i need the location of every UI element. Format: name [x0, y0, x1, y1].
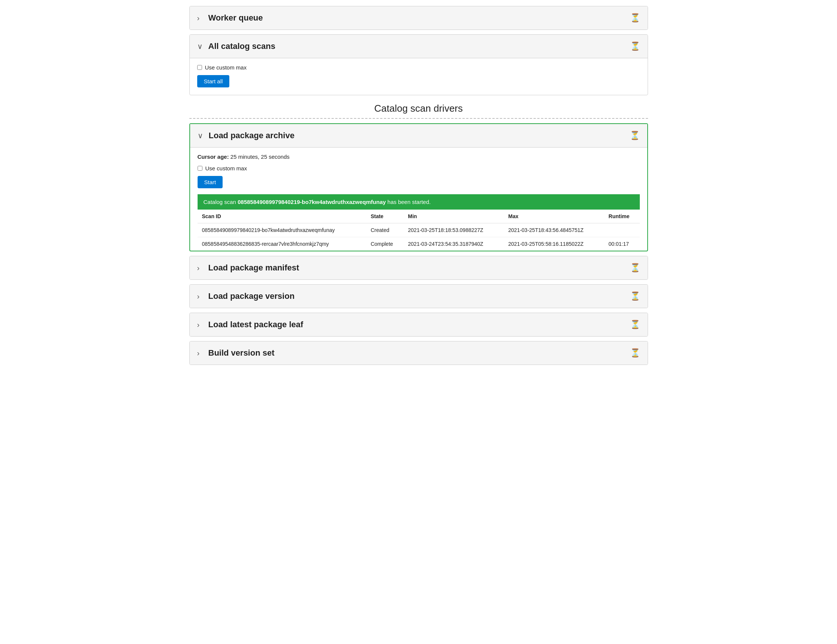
- all-catalog-scans-header[interactable]: ∨ All catalog scans ⏳: [190, 35, 648, 58]
- cursor-age-value: 25 minutes, 25 seconds: [230, 154, 289, 160]
- load-package-archive-hourglass-icon: ⏳: [630, 131, 640, 140]
- worker-queue-chevron: ›: [197, 14, 205, 22]
- all-catalog-scans-title: All catalog scans: [208, 41, 276, 51]
- load-package-version-chevron: ›: [197, 292, 205, 301]
- col-state: State: [366, 210, 404, 223]
- all-catalog-scans-hourglass-icon: ⏳: [630, 41, 640, 51]
- build-version-set-chevron: ›: [197, 349, 205, 358]
- use-custom-max-label: Use custom max: [205, 64, 247, 71]
- load-package-manifest-section: › Load package manifest ⏳: [189, 256, 648, 280]
- scan-table-head: Scan ID State Min Max Runtime: [198, 210, 640, 223]
- success-message-suffix: has been started.: [386, 199, 431, 205]
- load-package-manifest-header-left: › Load package manifest: [197, 263, 299, 273]
- use-custom-max-row: Use custom max: [197, 64, 640, 71]
- load-package-manifest-chevron: ›: [197, 264, 205, 272]
- dotted-separator: [189, 118, 648, 119]
- use-custom-max-checkbox[interactable]: [197, 65, 202, 70]
- worker-queue-header[interactable]: › Worker queue ⏳: [190, 7, 648, 30]
- load-package-archive-custom-max-label: Use custom max: [205, 165, 247, 171]
- all-catalog-scans-header-left: ∨ All catalog scans: [197, 41, 276, 51]
- success-scan-id: 08585849089979840219-bo7kw4atwdruthxazwe…: [238, 199, 386, 205]
- col-runtime: Runtime: [604, 210, 639, 223]
- load-package-manifest-hourglass-icon: ⏳: [630, 263, 640, 273]
- load-package-archive-title: Load package archive: [209, 131, 295, 140]
- cursor-age-row: Cursor age: 25 minutes, 25 seconds: [198, 154, 640, 160]
- scan-table-cell-scan_id: 08585849089979840219-bo7kw4atwdruthxazwe…: [198, 223, 366, 237]
- scan-table-header-row: Scan ID State Min Max Runtime: [198, 210, 640, 223]
- load-package-archive-section: ∨ Load package archive ⏳ Cursor age: 25 …: [189, 123, 648, 251]
- scan-table-cell-state: Complete: [366, 237, 404, 251]
- load-latest-package-leaf-title: Load latest package leaf: [208, 320, 303, 329]
- scan-table-cell-max: 2021-03-25T18:43:56.4845751Z: [504, 223, 604, 237]
- success-message-prefix: Catalog scan: [204, 199, 238, 205]
- scan-table-cell-runtime: 00:01:17: [604, 237, 639, 251]
- worker-queue-title: Worker queue: [208, 13, 263, 23]
- scan-table-cell-state: Created: [366, 223, 404, 237]
- scan-table-row: 08585849089979840219-bo7kw4atwdruthxazwe…: [198, 223, 640, 237]
- load-package-version-section: › Load package version ⏳: [189, 284, 648, 308]
- scan-table-cell-min: 2021-03-24T23:54:35.3187940Z: [404, 237, 504, 251]
- catalog-scan-drivers-heading: Catalog scan drivers: [189, 103, 648, 114]
- cursor-age-label: Cursor age:: [198, 154, 229, 160]
- all-catalog-scans-body: Use custom max Start all: [190, 58, 648, 95]
- load-latest-package-leaf-section: › Load latest package leaf ⏳: [189, 313, 648, 337]
- load-package-manifest-title: Load package manifest: [208, 263, 299, 273]
- scan-table-cell-runtime: [604, 223, 639, 237]
- scan-table-row: 08585849548836286835-rercaar7vlre3hfcnom…: [198, 237, 640, 251]
- scan-table-cell-max: 2021-03-25T05:58:16.1185022Z: [504, 237, 604, 251]
- scan-table: Scan ID State Min Max Runtime 0858584908…: [198, 210, 640, 251]
- all-catalog-scans-section: ∨ All catalog scans ⏳ Use custom max Sta…: [189, 34, 648, 95]
- load-latest-package-leaf-chevron: ›: [197, 320, 205, 329]
- load-package-archive-start-button[interactable]: Start: [198, 176, 223, 188]
- start-all-button[interactable]: Start all: [197, 75, 230, 87]
- col-max: Max: [504, 210, 604, 223]
- load-latest-package-leaf-header[interactable]: › Load latest package leaf ⏳: [190, 313, 648, 336]
- build-version-set-section: › Build version set ⏳: [189, 341, 648, 365]
- scan-table-cell-min: 2021-03-25T18:18:53.0988227Z: [404, 223, 504, 237]
- load-package-version-header[interactable]: › Load package version ⏳: [190, 285, 648, 308]
- load-package-version-hourglass-icon: ⏳: [630, 291, 640, 301]
- load-package-version-header-left: › Load package version: [197, 291, 295, 301]
- col-min: Min: [404, 210, 504, 223]
- load-latest-package-leaf-hourglass-icon: ⏳: [630, 320, 640, 329]
- load-package-archive-custom-max-checkbox[interactable]: [198, 166, 202, 171]
- worker-queue-section: › Worker queue ⏳: [189, 6, 648, 30]
- scan-table-body: 08585849089979840219-bo7kw4atwdruthxazwe…: [198, 223, 640, 251]
- all-catalog-scans-chevron: ∨: [197, 42, 205, 51]
- worker-queue-hourglass-icon: ⏳: [630, 13, 640, 23]
- worker-queue-header-left: › Worker queue: [197, 13, 263, 23]
- load-package-archive-header-left: ∨ Load package archive: [198, 131, 295, 140]
- build-version-set-hourglass-icon: ⏳: [630, 348, 640, 358]
- load-package-archive-header[interactable]: ∨ Load package archive ⏳: [190, 124, 647, 147]
- col-scan-id: Scan ID: [198, 210, 366, 223]
- load-package-archive-chevron: ∨: [198, 131, 205, 140]
- build-version-set-header-left: › Build version set: [197, 348, 274, 358]
- build-version-set-header[interactable]: › Build version set ⏳: [190, 342, 648, 365]
- load-latest-package-leaf-header-left: › Load latest package leaf: [197, 320, 303, 329]
- load-package-manifest-header[interactable]: › Load package manifest ⏳: [190, 256, 648, 279]
- build-version-set-title: Build version set: [208, 348, 274, 358]
- load-package-archive-body: Cursor age: 25 minutes, 25 seconds Use c…: [190, 147, 647, 251]
- success-banner: Catalog scan 08585849089979840219-bo7kw4…: [198, 194, 640, 210]
- scan-table-cell-scan_id: 08585849548836286835-rercaar7vlre3hfcnom…: [198, 237, 366, 251]
- load-package-version-title: Load package version: [208, 291, 295, 301]
- load-package-archive-custom-max-row: Use custom max: [198, 165, 640, 171]
